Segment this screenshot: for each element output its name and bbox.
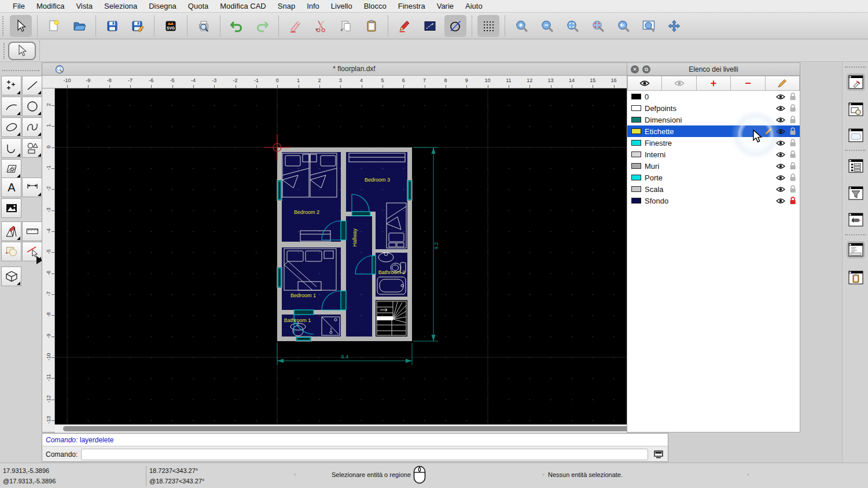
circle-line-tool-button[interactable] — [444, 15, 466, 37]
menu-vista[interactable]: Vista — [70, 2, 98, 10]
save-as-button[interactable] — [127, 15, 149, 37]
pointer-tool-button[interactable] — [10, 15, 32, 37]
polygon-tool-button[interactable] — [22, 138, 42, 158]
command-options-button[interactable] — [652, 449, 665, 460]
delete-entities-button[interactable] — [284, 15, 306, 37]
layer-visibility-icon[interactable] — [776, 151, 785, 158]
menu-seleziona[interactable]: Seleziona — [98, 2, 143, 10]
layer-lock-icon[interactable] — [789, 104, 796, 112]
copy-button[interactable] — [335, 15, 357, 37]
zoom-window-button[interactable] — [638, 15, 660, 37]
layer-visibility-icon[interactable] — [776, 163, 785, 169]
layer-lock-icon[interactable] — [789, 173, 796, 182]
spline-tool-button[interactable] — [22, 117, 42, 137]
drawing-window-titlebar[interactable]: * floorplan.dxf — [42, 63, 666, 76]
toolbar-handle[interactable] — [2, 16, 6, 36]
line-properties-button[interactable] — [419, 15, 441, 37]
dock-block-list-button[interactable] — [847, 101, 865, 118]
dock-clipboard-button[interactable] — [847, 269, 865, 286]
selection-pointer-button[interactable] — [8, 42, 36, 60]
layer-row-muri[interactable]: Muri — [627, 160, 800, 172]
menu-blocco[interactable]: Blocco — [358, 2, 392, 10]
menu-aiuto[interactable]: Aiuto — [459, 2, 488, 10]
save-button[interactable] — [101, 15, 123, 37]
menu-varie[interactable]: Varie — [431, 2, 459, 10]
polyline-tool-button[interactable] — [1, 138, 21, 158]
layer-visibility-icon[interactable] — [776, 186, 785, 193]
layer-lock-icon[interactable] — [789, 150, 796, 158]
arc-tool-button[interactable] — [1, 97, 21, 116]
layer-row-dimensioni[interactable]: Dimensioni — [627, 114, 800, 125]
points-tool-button[interactable] — [1, 76, 21, 95]
modify-tools-button[interactable] — [1, 221, 21, 241]
svg-export-button[interactable]: SVG — [160, 15, 182, 37]
layer-row-scala[interactable]: Scala — [627, 183, 800, 195]
layer-visibility-icon[interactable] — [776, 198, 785, 204]
layer-lock-icon[interactable] — [789, 185, 796, 193]
layer-visibility-icon[interactable] — [776, 105, 785, 112]
menu-livello[interactable]: Livello — [325, 2, 358, 10]
layer-row-etichette[interactable]: Etichette — [627, 125, 800, 137]
layer-visibility-icon[interactable] — [776, 94, 785, 100]
zoom-in-button[interactable] — [510, 15, 532, 37]
open-file-button[interactable] — [68, 15, 90, 37]
menu-modifica-cad[interactable]: Modifica CAD — [214, 2, 271, 10]
remove-layer-button[interactable]: − — [731, 76, 765, 91]
zoom-auto-button[interactable] — [561, 15, 583, 37]
horizontal-scroll-thumb[interactable] — [63, 426, 633, 431]
layer-visibility-icon[interactable] — [776, 128, 785, 135]
layer-lock-icon[interactable] — [789, 116, 796, 124]
command-input[interactable] — [81, 449, 648, 460]
layer-lock-icon[interactable] — [789, 139, 796, 147]
dock-entity-list-button[interactable] — [847, 157, 865, 175]
menu-info[interactable]: Info — [301, 2, 325, 10]
dock-filter-button[interactable] — [847, 184, 865, 202]
menu-snap[interactable]: Snap — [272, 2, 301, 10]
layer-lock-icon[interactable] — [789, 162, 796, 170]
horizontal-scrollbar[interactable] — [55, 424, 646, 432]
show-all-layers-button[interactable] — [627, 76, 662, 91]
solid-tools-button[interactable] — [1, 267, 21, 286]
menu-quota[interactable]: Quota — [182, 2, 214, 10]
menu-disegna[interactable]: Disegna — [143, 2, 182, 10]
text-tool-button[interactable]: A — [1, 178, 21, 197]
image-tool-button[interactable] — [1, 198, 21, 218]
select-tools-button[interactable] — [1, 242, 21, 261]
zoom-pan-button[interactable] — [663, 15, 685, 37]
undo-button[interactable] — [226, 15, 248, 37]
paste-button[interactable] — [361, 15, 382, 37]
print-preview-button[interactable] — [193, 15, 215, 37]
dock-layer-list-button[interactable] — [847, 73, 865, 91]
layer-visibility-icon[interactable] — [776, 140, 785, 146]
dimension-tool-button[interactable] — [22, 178, 42, 197]
zoom-back-button[interactable] — [612, 15, 634, 37]
new-file-button[interactable] — [43, 15, 65, 37]
dock-library-browser-button[interactable] — [847, 127, 865, 144]
options-handle[interactable] — [3, 43, 6, 59]
grid-toggle-button[interactable] — [477, 15, 499, 37]
line-tool-button[interactable] — [22, 76, 42, 95]
ellipse-tool-button[interactable] — [1, 117, 21, 137]
dock-plugin-button[interactable] — [847, 211, 865, 228]
layer-row-0[interactable]: 0 — [627, 91, 800, 102]
edit-layer-button[interactable] — [766, 76, 800, 91]
layer-visibility-icon[interactable] — [776, 117, 785, 123]
attributes-pen-button[interactable] — [393, 15, 415, 37]
redo-button[interactable] — [251, 15, 273, 37]
layer-lock-icon[interactable] — [789, 127, 796, 135]
layer-visibility-icon[interactable] — [776, 175, 785, 181]
hatch-tool-button[interactable] — [1, 159, 21, 179]
layer-row-interni[interactable]: Interni — [627, 149, 800, 160]
layer-row-finestre[interactable]: Finestre — [627, 137, 800, 149]
zoom-out-button[interactable] — [536, 15, 558, 37]
add-layer-button[interactable]: + — [697, 76, 731, 91]
menu-finestra[interactable]: Finestra — [392, 2, 431, 10]
menu-modifica[interactable]: Modifica — [31, 2, 70, 10]
drawing-canvas[interactable]: Bedroom 2 Bedroom 3 Bedroom 1 Bathroom 1… — [55, 88, 659, 424]
layer-lock-icon[interactable] — [789, 197, 796, 205]
layer-row-defpoints[interactable]: Defpoints — [627, 102, 800, 114]
layer-row-porte[interactable]: Porte — [627, 172, 800, 183]
circle-tool-button[interactable] — [22, 97, 42, 116]
zoom-previous-button[interactable] — [587, 15, 609, 37]
cut-button[interactable] — [310, 15, 332, 37]
